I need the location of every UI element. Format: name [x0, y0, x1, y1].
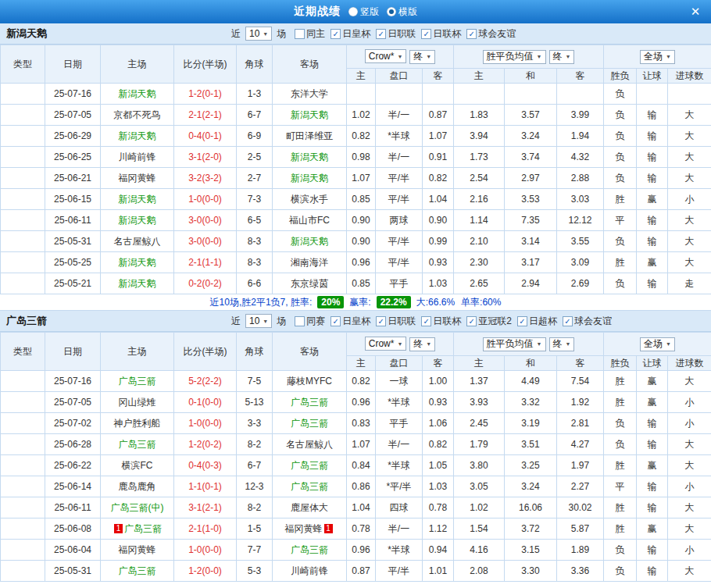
match-score: 1-2(0-1): [174, 84, 237, 105]
home-team-name[interactable]: 新潟天鹅: [119, 257, 156, 268]
home-team-cell: 名古屋鲸八: [101, 231, 174, 252]
odds-source-select[interactable]: 胜平负均值▼: [483, 50, 546, 64]
away-team-name[interactable]: 横滨水手: [291, 194, 328, 205]
select-value: 全场: [644, 337, 663, 351]
home-team-name[interactable]: 名古屋鲸八: [114, 236, 161, 247]
away-team-name[interactable]: 广岛三箭: [291, 397, 328, 408]
home-team-name[interactable]: 新潟天鹅: [119, 88, 156, 99]
filter-checkbox[interactable]: ✓: [330, 316, 341, 326]
corners-score: 6-7: [237, 105, 273, 126]
home-team-name[interactable]: 新潟天鹅: [119, 215, 156, 226]
home-team-name[interactable]: 川崎前锋: [119, 151, 156, 162]
away-team-name[interactable]: 福冈黄蜂: [285, 523, 323, 534]
odds-home-win: 1.73: [454, 147, 505, 168]
filter-checkbox[interactable]: ✓: [466, 316, 477, 326]
home-team-name[interactable]: 广岛三箭(中): [111, 502, 164, 513]
home-team-cell: 新潟天鹅: [101, 84, 174, 105]
away-team-name[interactable]: 新潟天鹅: [291, 151, 328, 162]
home-team-name[interactable]: 广岛三箭: [124, 523, 162, 534]
results-tbody: 日皇杯25-07-16新潟天鹅1-2(0-1)1-3东洋大学负日职联25-07-…: [1, 84, 711, 294]
filter-checkbox[interactable]: ✓: [517, 316, 527, 326]
home-team-name[interactable]: 新潟天鹅: [119, 194, 156, 205]
away-team-name[interactable]: 藤枝MYFC: [287, 376, 332, 387]
home-team-name[interactable]: 冈山绿雉: [119, 397, 156, 408]
home-team-name[interactable]: 横滨FC: [122, 460, 153, 471]
view-mode-radio[interactable]: [387, 7, 396, 16]
away-team-name[interactable]: 新潟天鹅: [291, 236, 328, 247]
away-team-name[interactable]: 广岛三箭: [291, 418, 328, 429]
corners-score: 5-3: [237, 561, 273, 582]
home-team-name[interactable]: 京都不死鸟: [114, 109, 161, 120]
away-team-name[interactable]: 町田泽维亚: [286, 130, 333, 141]
view-mode-radio[interactable]: [348, 7, 358, 16]
close-icon[interactable]: ✕: [688, 4, 703, 20]
match-date: 25-06-08: [45, 519, 101, 540]
odds-home-win: 3.94: [454, 126, 505, 147]
away-team-name[interactable]: 广岛三箭: [291, 460, 328, 471]
filter-checkbox[interactable]: ✓: [376, 316, 386, 326]
odds-state-select[interactable]: 终▼: [549, 50, 575, 64]
filter-checkbox[interactable]: ✓: [563, 316, 573, 326]
away-team-cell: 福山市FC: [273, 210, 347, 231]
odds-source-select[interactable]: 胜平负均值▼: [483, 337, 546, 351]
chevron-down-icon: ▼: [666, 341, 671, 347]
away-team-cell: 鹿屋体大: [273, 497, 347, 519]
team-title: 广岛三箭: [0, 314, 228, 328]
recent-count-select[interactable]: 10▼: [245, 27, 272, 41]
away-team-name[interactable]: 新潟天鹅: [291, 109, 328, 120]
filter-checkbox[interactable]: ✓: [421, 29, 431, 39]
goals-result-cell: 小: [668, 540, 711, 561]
ah-away-odds: 0.82: [423, 168, 454, 189]
recent-count-select[interactable]: 10▼: [245, 314, 272, 328]
ah-state-select[interactable]: 终▼: [409, 50, 435, 64]
filter-checkbox-label: 日联杯: [433, 315, 461, 328]
home-team-name[interactable]: 广岛三箭: [119, 376, 156, 387]
select-value: 全场: [644, 50, 663, 63]
handicap-result-cell: 输: [637, 231, 668, 252]
filter-checkbox[interactable]: ✓: [421, 316, 431, 326]
home-team-name[interactable]: 福冈黄蜂: [119, 173, 156, 184]
table-row: 日职联25-06-28广岛三箭1-2(0-2)8-2名古屋鲸八1.07半/一0.…: [1, 434, 711, 455]
away-team-name[interactable]: 东洋大学: [291, 88, 328, 99]
table-row: 日皇杯25-06-11新潟天鹅3-0(0-0)6-5福山市FC0.90两球0.9…: [1, 210, 711, 231]
away-team-name[interactable]: 东京绿茵: [291, 278, 328, 289]
home-team-name[interactable]: 神户胜利船: [114, 418, 161, 429]
red-card-badge: 1: [324, 524, 333, 533]
corners-score: 12-3: [237, 476, 273, 497]
handicap-result-cell: 输: [637, 105, 668, 126]
away-team-name[interactable]: 广岛三箭: [291, 481, 328, 492]
filter-checkbox[interactable]: ✓: [466, 29, 477, 39]
filter-checkbox[interactable]: ✓: [330, 29, 341, 39]
match-type-badge: 日职联: [1, 455, 45, 476]
filter-checkbox[interactable]: [295, 29, 305, 39]
away-team-name[interactable]: 湘南海洋: [291, 257, 328, 268]
ah-state-select[interactable]: 终▼: [409, 337, 435, 351]
filter-checkbox[interactable]: [295, 316, 305, 326]
away-team-name[interactable]: 鹿屋体大: [291, 502, 328, 513]
away-team-name[interactable]: 新潟天鹅: [291, 173, 328, 184]
scope-select[interactable]: 全场▼: [640, 337, 675, 351]
rate-badge: 22.2%: [377, 296, 411, 308]
home-team-name[interactable]: 鹿岛鹿角: [119, 481, 156, 492]
ah-source-select[interactable]: Crow*▼: [365, 49, 407, 63]
filter-checkbox-label: 日联杯: [433, 27, 461, 41]
home-team-name[interactable]: 新潟天鹅: [119, 278, 156, 289]
ah-source-select[interactable]: Crow*▼: [365, 337, 407, 351]
away-team-name[interactable]: 广岛三箭: [291, 544, 328, 555]
home-team-name[interactable]: 广岛三箭: [119, 565, 156, 576]
ah-away-odds: 0.78: [423, 497, 454, 519]
match-type-badge: 日职联: [1, 147, 45, 168]
home-team-name[interactable]: 广岛三箭: [119, 439, 156, 450]
team-title: 新潟天鹅: [0, 27, 228, 41]
away-team-name[interactable]: 川崎前锋: [291, 565, 328, 576]
result-cell: 负: [604, 434, 637, 455]
away-team-name[interactable]: 名古屋鲸八: [286, 439, 333, 450]
away-team-cell: 广岛三箭: [273, 476, 347, 497]
scope-select[interactable]: 全场▼: [640, 50, 675, 64]
odds-state-select[interactable]: 终▼: [549, 337, 575, 351]
home-team-name[interactable]: 新潟天鹅: [119, 130, 156, 141]
away-team-name[interactable]: 福山市FC: [289, 215, 330, 226]
home-team-cell: 广岛三箭: [101, 434, 174, 455]
home-team-name[interactable]: 福冈黄蜂: [119, 544, 156, 555]
filter-checkbox[interactable]: ✓: [376, 29, 386, 39]
